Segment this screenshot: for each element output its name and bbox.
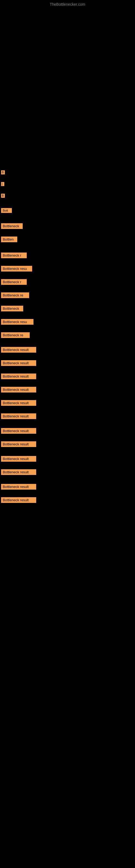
list-item: Bottleneck [1, 223, 23, 229]
list-item: Bottlen [1, 237, 17, 242]
site-title: TheBottlenecker.com [0, 0, 135, 8]
list-item: Bottleneck result [1, 400, 36, 406]
list-item: Bottleneck result [1, 469, 36, 475]
list-item: Bottleneck r [1, 279, 27, 285]
list-item: Bottleneck re [1, 332, 30, 338]
list-item: Bottleneck r [1, 252, 27, 258]
list-item: Bott [1, 208, 12, 213]
list-item: Bottleneck result [1, 387, 36, 393]
list-item: Bottleneck result [1, 373, 36, 379]
list-item: Bottleneck result [1, 413, 36, 419]
list-item: Bottleneck [1, 306, 23, 311]
list-item: Bottleneck result [1, 497, 36, 503]
list-item: Bottleneck resu [1, 319, 34, 325]
list-item: Bottleneck result [1, 484, 36, 490]
results-container: B | B Bott Bottleneck Bottlen Bottleneck… [0, 170, 135, 505]
list-item: Bottleneck result [1, 347, 36, 352]
list-item: Bottleneck result [1, 360, 36, 366]
list-item: B [1, 170, 5, 175]
list-item: Bottleneck result [1, 441, 36, 447]
list-item: Bottleneck result [1, 428, 36, 434]
list-item: B [1, 194, 5, 198]
list-item: Bottleneck result [1, 456, 36, 462]
list-item: Bottleneck re [1, 292, 29, 298]
list-item: Bottleneck resu [1, 266, 32, 272]
list-item: | [1, 182, 4, 186]
